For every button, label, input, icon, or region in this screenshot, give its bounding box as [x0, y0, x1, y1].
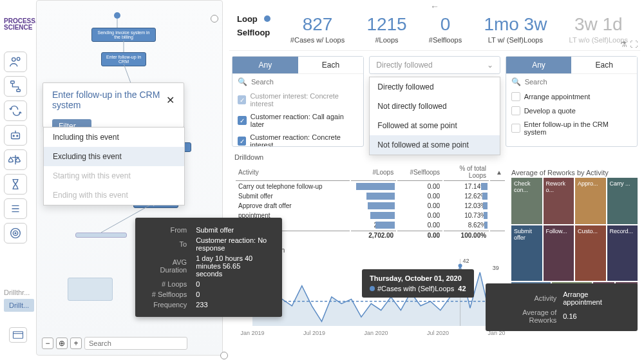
treemap-cell[interactable]: Follow... [544, 225, 574, 281]
search-icon: 🔍 [511, 77, 521, 86]
svg-text:42: 42 [463, 258, 469, 264]
filter-menu-item: Starting with this event [44, 166, 184, 186]
robot-icon[interactable] [4, 125, 27, 146]
scales-icon[interactable] [4, 149, 27, 170]
toggle-any[interactable]: Any [506, 57, 572, 73]
checklist-item[interactable]: ✓Customer interest: Concrete interest [232, 90, 363, 110]
flow-node[interactable]: Enter follow-up in CRM [101, 52, 146, 66]
toggle-each[interactable]: Each [571, 57, 637, 73]
zoom-reset-button[interactable]: ⊕ [56, 338, 68, 349]
left-rail [4, 52, 30, 243]
drillthrough-button[interactable]: Drillt... [4, 299, 34, 312]
table-row[interactable]: Approve draft offer325.000.0012.03% [236, 202, 505, 210]
svg-point-1 [17, 57, 20, 61]
main-panel: ← Loop Selfloop 827#Cases w/ Loops1215#L… [229, 4, 640, 358]
svg-rect-2 [11, 81, 15, 84]
flowchart-icon[interactable] [4, 76, 27, 97]
checklist-item[interactable]: Enter follow-up in the CRM system [506, 118, 637, 138]
svg-text:Jul 2019: Jul 2019 [303, 330, 325, 336]
config-icon[interactable] [9, 327, 27, 343]
people-icon[interactable] [4, 52, 27, 72]
target-icon[interactable] [4, 223, 27, 243]
treemap-section: Average of Reworks by Activity Check con… [511, 169, 638, 326]
resize-handle[interactable] [220, 352, 228, 359]
resize-handle[interactable] [211, 15, 218, 23]
relation-option[interactable]: Followed at some point [370, 116, 499, 135]
svg-text:Jan 2019: Jan 2019 [240, 330, 264, 336]
focus-icon[interactable]: ⛶ [630, 40, 638, 49]
svg-point-5 [13, 135, 14, 137]
flow-node[interactable] [75, 233, 127, 238]
filter-menu: Including this eventExcluding this event… [43, 127, 185, 205]
metric-card[interactable]: 0#Selfloops [429, 14, 462, 44]
predecessor-search-input[interactable] [251, 78, 358, 86]
toggle-any[interactable]: Any [232, 57, 298, 73]
flow-start-node[interactable] [114, 12, 120, 19]
filter-icon[interactable]: ⚗ [620, 40, 627, 49]
loop-label: Loop [237, 14, 258, 24]
flow-node[interactable]: Sending invoice system in the billing [91, 28, 156, 42]
metric-card[interactable]: 1215#Loops [366, 14, 406, 44]
loop-icon[interactable] [4, 100, 27, 121]
filter-popup: Enter follow-up in the CRM system ✕ Filt… [43, 82, 184, 128]
relation-select[interactable]: Directly followed ⌄ [369, 56, 500, 74]
table-row[interactable]: Carry out telephone follow-up463.000.001… [236, 182, 505, 191]
svg-point-20 [459, 263, 462, 267]
close-icon[interactable]: ✕ [166, 94, 175, 106]
chevron-down-icon: ⌄ [487, 61, 493, 70]
selfloop-label: Selfloop [237, 28, 270, 37]
svg-text:39: 39 [493, 265, 499, 271]
relation-option[interactable]: Not directly followed [370, 97, 499, 116]
treemap-title: Average of Reworks by Activity [511, 169, 638, 176]
metric-card[interactable]: 3w 1dLT w/o (Self)Loops [569, 14, 628, 44]
checklist-item[interactable]: ✓Customer reaction: Call again later [232, 110, 363, 131]
popup-title: Enter follow-up in the CRM system [52, 90, 166, 110]
back-icon[interactable]: ← [229, 1, 640, 12]
treemap-tooltip: ActivityArrange appointment Average of R… [486, 283, 638, 331]
svg-rect-4 [12, 133, 20, 138]
filter-menu-item[interactable]: Including this event [44, 128, 184, 147]
svg-text:Jul 2020: Jul 2020 [427, 330, 449, 336]
treemap-cell[interactable]: Record... [607, 225, 638, 281]
metric-card[interactable]: 827#Cases w/ Loops [290, 14, 345, 44]
successor-panel: Any Each 🔍 Arrange appointmentDevelop a … [506, 56, 638, 147]
successor-search-input[interactable] [525, 78, 632, 86]
treemap-cell[interactable]: Rework o... [544, 178, 574, 224]
filter-menu-item: Ending with this event [44, 186, 184, 205]
treemap-cell[interactable]: Appro... [575, 178, 606, 224]
drillthrough-label: Drillthr... [4, 289, 30, 296]
flowchart-search-input[interactable] [84, 337, 187, 350]
filter-menu-item[interactable]: Excluding this event [44, 147, 184, 166]
treemap-cell[interactable]: Submit offer [511, 225, 542, 281]
zoom-in-button[interactable]: + [70, 338, 82, 349]
relation-option[interactable]: Directly followed [370, 77, 499, 97]
hourglass-icon[interactable] [4, 174, 27, 195]
svg-text:Jan 2020: Jan 2020 [364, 330, 388, 336]
checklist-item[interactable]: Arrange appointment [506, 90, 637, 104]
svg-rect-10 [14, 332, 23, 339]
checklist-item[interactable]: ✓Customer reaction: Concrete interest [232, 131, 363, 146]
relation-option[interactable]: Not followed at some point [370, 135, 499, 155]
checklist-item[interactable]: Develop a quote [506, 104, 637, 118]
svg-point-9 [15, 233, 16, 234]
list-icon[interactable] [4, 198, 27, 219]
treemap-cell[interactable]: Carry ... [607, 178, 638, 224]
flow-node[interactable] [68, 278, 113, 301]
svg-point-6 [17, 135, 18, 137]
toggle-each[interactable]: Each [298, 57, 364, 73]
chart-tooltip: Thursday, October 01, 2020 #Cases with (… [362, 269, 474, 298]
svg-point-0 [12, 58, 16, 62]
relation-dropdown: Directly followed ⌄ Directly followedNot… [369, 56, 500, 147]
treemap-cell[interactable]: Custo... [575, 225, 606, 281]
search-icon: 🔍 [238, 77, 247, 86]
edge-tooltip: FromSubmit offerToCustomer reaction: No … [135, 218, 282, 317]
svg-rect-3 [17, 90, 21, 92]
predecessor-panel: Any Each 🔍 ✓Customer interest: Concrete … [232, 56, 364, 147]
table-row[interactable]: Submit offer341.000.0012.62% [236, 192, 505, 200]
metric-card[interactable]: 1mo 3wLT w/ (Self)Loops [484, 14, 547, 44]
treemap-cell[interactable]: Check con... [511, 178, 542, 224]
metrics-row: Loop Selfloop 827#Cases w/ Loops1215#Loo… [229, 12, 640, 51]
zoom-out-button[interactable]: − [42, 338, 53, 349]
logo: PROCESS.SCIENCE [4, 18, 36, 31]
metric-toolbar: ⚗ ⛶ [620, 40, 638, 49]
